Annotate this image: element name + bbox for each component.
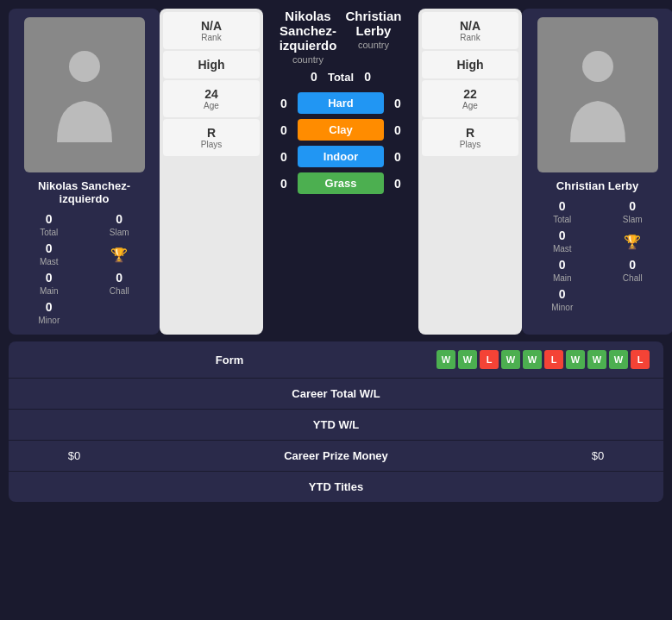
left-name-center: Nikolas Sanchez-izquierdo country [275,9,341,65]
right-high: High [422,51,518,78]
total-row: 0 Total 0 [275,70,406,84]
right-player-card: Christian Lerby 0 Total 0 Slam 0 Mast 🏆 [522,9,672,335]
svg-point-1 [582,51,613,82]
left-prize: $0 [22,449,126,462]
right-stat-chall: 0 Chall [600,258,667,284]
career-prize-row: $0 Career Prize Money $0 [9,441,663,472]
left-trophy: 🏆 [86,241,154,267]
form-badge-4: W [501,350,520,369]
form-badge-2: W [458,350,477,369]
left-player-card: Nikolas Sanchez-izquierdo 0 Total 0 Slam… [9,9,160,335]
form-badge-3: L [480,350,499,369]
left-age: 24 Age [163,80,260,117]
left-stat-chall: 0 Chall [86,271,154,297]
form-badge-6: L [544,350,563,369]
top-section: Nikolas Sanchez-izquierdo 0 Total 0 Slam… [9,9,663,335]
right-stat-mast: 0 Mast [529,229,596,254]
left-plays: R Plays [163,119,260,156]
form-badge-1: W [436,350,455,369]
names-row: Nikolas Sanchez-izquierdo country Christ… [275,9,406,65]
surface-indoor-row: 0 Indoor 0 [275,146,406,167]
form-badge-8: W [587,350,606,369]
right-stats-grid: 0 Total 0 Slam 0 Mast 🏆 0 Main [529,199,666,313]
surface-clay-row: 0 Clay 0 [275,119,406,141]
left-rank: N/A Rank [163,12,260,49]
surface-clay-btn[interactable]: Clay [298,119,384,141]
career-total-row: Career Total W/L [9,379,663,410]
right-rank: N/A Rank [422,12,518,49]
left-stat-total: 0 Total [16,212,83,238]
surface-hard-row: 0 Hard 0 [275,92,406,114]
left-stats-grid: 0 Total 0 Slam 0 Mast 🏆 0 Main [16,212,153,326]
middle-section: N/A Rank High 24 Age R Plays [160,9,522,335]
surface-hard-btn[interactable]: Hard [298,92,384,114]
right-player-name: Christian Lerby [556,179,638,192]
right-trophy: 🏆 [600,229,667,254]
center-section: Nikolas Sanchez-izquierdo country Christ… [268,9,413,335]
left-player-name: Nikolas Sanchez-izquierdo [16,179,153,205]
form-badge-9: W [609,350,628,369]
surface-indoor-btn[interactable]: Indoor [298,146,384,167]
form-badge-7: W [566,350,585,369]
form-badge-10: L [631,350,650,369]
left-stats-panel: N/A Rank High 24 Age R Plays [160,9,263,335]
right-stat-main: 0 Main [529,258,596,284]
surface-grass-row: 0 Grass 0 [275,172,406,194]
right-prize: $0 [546,449,650,462]
trophy-icon-left: 🏆 [110,247,128,263]
right-stat-minor: 0 Minor [529,287,596,313]
ytd-titles-row: YTD Titles [9,472,663,502]
right-plays: R Plays [422,119,518,156]
right-name-center: Christian Lerby country [341,9,406,50]
form-row: Form W W L W W L W W W L [9,341,663,379]
ytd-wl-row: YTD W/L [9,410,663,441]
bottom-rows: Form W W L W W L W W W L Career Total W/… [9,341,663,502]
left-stat-slam: 0 Slam [86,212,154,238]
left-stat-mast: 0 Mast [16,241,83,267]
left-stat-main: 0 Main [16,271,83,297]
right-stats-panel: N/A Rank High 22 Age R Plays [418,9,522,335]
right-player-avatar [537,17,658,172]
trophy-icon-right: 🏆 [624,234,641,250]
right-stat-slam: 0 Slam [600,199,667,225]
surface-grass-btn[interactable]: Grass [298,172,384,194]
right-stat-total: 0 Total [529,199,596,225]
left-player-avatar [24,17,145,172]
svg-point-0 [69,51,100,82]
form-badge-5: W [523,350,542,369]
left-stat-minor: 0 Minor [16,300,83,326]
left-high: High [163,51,260,78]
form-badges: W W L W W L W W W L [436,350,650,369]
right-age: 22 Age [422,80,518,117]
main-container: Nikolas Sanchez-izquierdo 0 Total 0 Slam… [0,0,672,510]
